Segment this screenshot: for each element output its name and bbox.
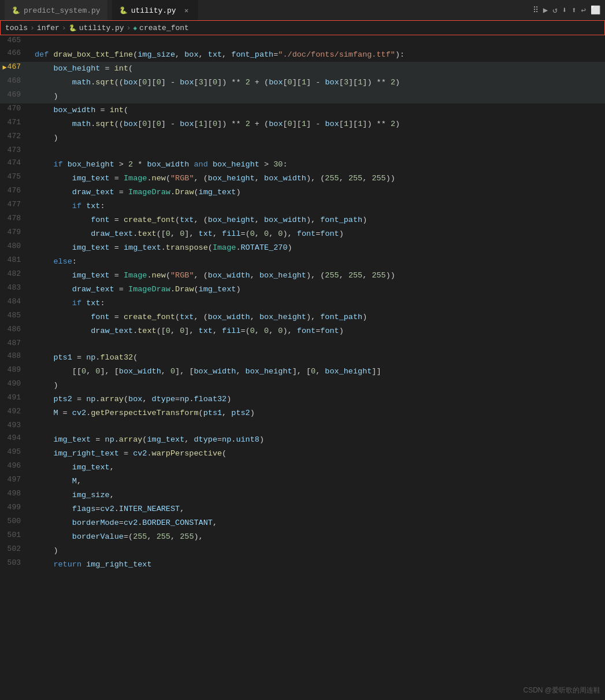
code-content-485: font = create_font(txt, (box_width, box_…	[30, 310, 605, 324]
line-num-479: 479	[0, 227, 30, 236]
code-line-475: 475 img_text = Image.new("RGB", (box_hei…	[0, 172, 605, 186]
code-line-495: 495 img_right_text = cv2.warpPerspective…	[0, 447, 605, 461]
line-num-487: 487	[0, 338, 30, 347]
line-num-482: 482	[0, 269, 30, 278]
line-num-481: 481	[0, 255, 30, 264]
code-line-467: ▶ 467 box_height = int(	[0, 62, 605, 76]
code-line-497: 497 M,	[0, 475, 605, 488]
breadcrumb: tools › infer › 🐍 utility.py › ◈ create_…	[0, 20, 605, 35]
line-num-497: 497	[0, 475, 30, 484]
line-num-469: 469	[0, 90, 30, 99]
line-num-483: 483	[0, 283, 30, 292]
step-over-icon[interactable]: ⬇	[562, 5, 567, 15]
code-content-466: def draw_box_txt_fine(img_size, box, txt…	[30, 48, 605, 62]
bc-tools[interactable]: tools	[5, 24, 28, 32]
code-line-502: 502 )	[0, 544, 605, 558]
tab-label-1: predict_system.py	[24, 6, 101, 15]
code-line-480: 480 img_text = img_text.transpose(Image.…	[0, 241, 605, 255]
code-line-499: 499 flags=cv2.INTER_NEAREST,	[0, 502, 605, 516]
line-num-500: 500	[0, 516, 30, 525]
line-num-471: 471	[0, 117, 30, 127]
code-line-500: 500 borderMode=cv2.BORDER_CONSTANT,	[0, 516, 605, 530]
line-num-490: 490	[0, 379, 30, 388]
refresh-icon[interactable]: ↺	[552, 5, 557, 15]
code-content-465	[30, 35, 605, 36]
step-out-icon[interactable]: ⬆	[571, 5, 576, 15]
code-content-478: font = create_font(txt, (box_height, box…	[30, 213, 605, 227]
code-line-488: 488 pts1 = np.float32(	[0, 351, 605, 365]
code-content-495: img_right_text = cv2.warpPerspective(	[30, 447, 605, 461]
line-num-480: 480	[0, 241, 30, 250]
code-content-472: )	[30, 131, 605, 145]
play-icon[interactable]: ▶	[543, 5, 548, 15]
code-content-469: )	[30, 90, 605, 103]
code-line-468: 468 math.sqrt((box[0][0] - box[3][0]) **…	[0, 76, 605, 90]
code-content-468: math.sqrt((box[0][0] - box[3][0]) ** 2 +…	[30, 76, 605, 90]
code-content-475: img_text = Image.new("RGB", (box_height,…	[30, 172, 605, 186]
code-line-487: 487	[0, 338, 605, 351]
step-back-icon[interactable]: ↩	[581, 5, 586, 15]
code-line-472: 472 )	[0, 131, 605, 145]
code-line-481: 481 else:	[0, 255, 605, 269]
line-num-466: 466	[0, 48, 30, 57]
line-num-468: 468	[0, 76, 30, 85]
code-line-491: 491 pts2 = np.array(box, dtype=np.float3…	[0, 392, 605, 406]
file-icon: 🐍	[69, 24, 77, 32]
line-num-486: 486	[0, 324, 30, 334]
code-editor: 465 466 def draw_box_txt_fine(img_size, …	[0, 35, 605, 700]
line-num-503: 503	[0, 558, 30, 567]
code-content-486: draw_text.text([0, 0], txt, fill=(0, 0, …	[30, 324, 605, 338]
code-line-489: 489 [[0, 0], [box_width, 0], [box_width,…	[0, 365, 605, 379]
line-num-465: 465	[0, 35, 30, 45]
code-content-501: borderValue=(255, 255, 255),	[30, 530, 605, 544]
code-content-488: pts1 = np.float32(	[30, 351, 605, 365]
line-num-474: 474	[0, 158, 30, 167]
line-num-491: 491	[0, 392, 30, 402]
bc-utility-py[interactable]: 🐍 utility.py	[69, 24, 124, 32]
code-content-473	[30, 145, 605, 146]
line-num-484: 484	[0, 297, 30, 306]
tab-predict-system[interactable]: 🐍 predict_system.py	[5, 0, 107, 20]
code-content-496: img_text,	[30, 461, 605, 475]
code-line-465: 465	[0, 35, 605, 48]
code-content-503: return img_right_text	[30, 558, 605, 572]
line-num-499: 499	[0, 502, 30, 512]
bc-infer[interactable]: infer	[37, 24, 60, 32]
code-line-493: 493	[0, 420, 605, 433]
code-content-477: if txt:	[30, 199, 605, 213]
code-line-490: 490 )	[0, 379, 605, 392]
code-line-482: 482 img_text = Image.new("RGB", (box_wid…	[0, 269, 605, 283]
line-num-492: 492	[0, 406, 30, 416]
code-line-483: 483 draw_text = ImageDraw.Draw(img_text)	[0, 283, 605, 297]
watermark: CSDN @爱听歌的周连鞋	[523, 686, 600, 695]
line-num-473: 473	[0, 145, 30, 154]
grid-icon[interactable]: ⠿	[533, 5, 539, 15]
code-line-498: 498 img_size,	[0, 488, 605, 502]
code-content-493	[30, 420, 605, 421]
code-line-484: 484 if txt:	[0, 297, 605, 310]
line-num-496: 496	[0, 461, 30, 470]
line-num-489: 489	[0, 365, 30, 374]
code-content-500: borderMode=cv2.BORDER_CONSTANT,	[30, 516, 605, 530]
close-icon[interactable]: ✕	[182, 6, 191, 15]
code-content-492: M = cv2.getPerspectiveTransform(pts1, pt…	[30, 406, 605, 420]
code-content-491: pts2 = np.array(box, dtype=np.float32)	[30, 392, 605, 406]
code-line-469: 469 )	[0, 90, 605, 103]
bc-create-font[interactable]: ◈ create_font	[133, 24, 188, 32]
code-content-502: )	[30, 544, 605, 558]
line-num-502: 502	[0, 544, 30, 553]
code-line-473: 473	[0, 145, 605, 158]
tab-utility[interactable]: 🐍 utility.py ✕	[112, 0, 198, 20]
code-content-487	[30, 338, 605, 339]
code-content-483: draw_text = ImageDraw.Draw(img_text)	[30, 283, 605, 297]
code-line-479: 479 draw_text.text([0, 0], txt, fill=(0,…	[0, 227, 605, 241]
code-line-496: 496 img_text,	[0, 461, 605, 475]
line-num-494: 494	[0, 433, 30, 442]
code-content-474: if box_height > 2 * box_width and box_he…	[30, 158, 605, 172]
code-content-494: img_text = np.array(img_text, dtype=np.u…	[30, 433, 605, 447]
stop-icon[interactable]: ⬜	[591, 5, 600, 15]
code-line-485: 485 font = create_font(txt, (box_width, …	[0, 310, 605, 324]
code-content-484: if txt:	[30, 297, 605, 310]
code-content-499: flags=cv2.INTER_NEAREST,	[30, 502, 605, 516]
line-num-495: 495	[0, 447, 30, 456]
